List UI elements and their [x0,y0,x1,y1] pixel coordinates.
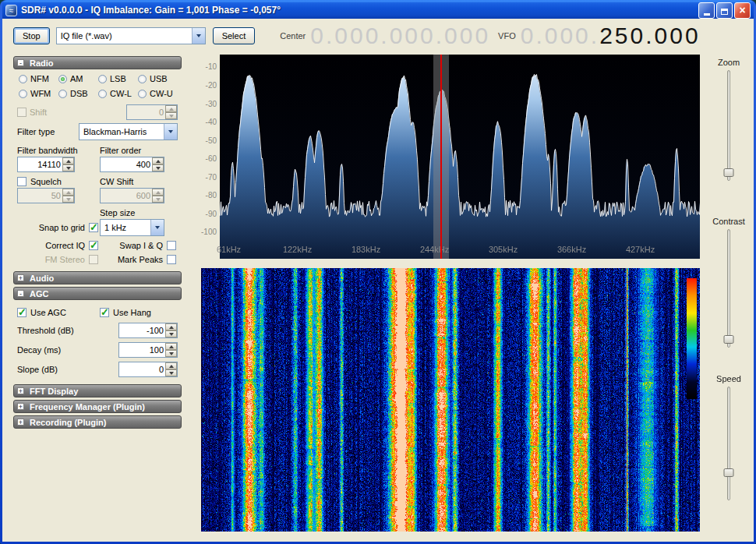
expand-icon[interactable]: + [17,403,24,410]
frequency-axis-label: 427kHz [626,245,655,254]
panel-header-audio[interactable]: + Audio [13,271,182,284]
filter-bandwidth-input[interactable]: 14110 [17,157,75,172]
source-select[interactable]: IQ file (*.wav) [56,27,206,44]
decay-input[interactable]: 100 [118,342,178,358]
radio-mode-cwu[interactable]: CW-U [138,89,178,98]
db-axis-label: -50 [206,136,217,145]
mark-peaks-checkbox[interactable]: Mark Peaks [100,255,178,264]
title-bar[interactable]: ≈ SDR# v0.0.0.0 - IQ Imbalance: Gain = 1… [2,0,754,19]
cw-shift-input: 600 [100,188,164,203]
panel-header-agc[interactable]: - AGC [13,287,182,300]
correct-iq-checkbox[interactable]: Correct IQ [17,241,100,250]
spinner-down-icon[interactable] [62,164,74,171]
spinner-down-icon[interactable] [165,350,177,357]
swap-iq-checkbox[interactable]: Swap I & Q [100,241,178,250]
spinner-down-icon [152,196,164,203]
center-frequency-display: 0.000.000.000 [310,23,490,49]
filter-order-input[interactable]: 400 [100,157,164,172]
squelch-checkbox[interactable]: Squelch [17,177,100,186]
radio-mode-lsb[interactable]: LSB [98,74,138,83]
filter-type-label: Filter type [17,127,55,136]
center-frequency-label: Center [280,31,306,41]
spinner-down-icon[interactable] [152,164,164,171]
expand-icon[interactable]: + [17,387,24,394]
use-agc-checkbox[interactable]: Use AGC [17,308,100,317]
panel-title: Radio [30,58,54,68]
contrast-slider[interactable] [727,229,730,348]
speed-slider[interactable] [727,387,730,500]
spinner-up-icon[interactable] [62,157,74,164]
panel-header-frequency-manager[interactable]: + Frequency Manager (Plugin) [13,400,182,413]
spinner-up-icon[interactable] [165,343,177,350]
zoom-slider-thumb[interactable] [724,168,734,177]
spinner-up-icon[interactable] [165,323,177,330]
db-axis-label: -60 [206,154,217,163]
db-axis-label: -10 [206,62,217,71]
chevron-down-icon[interactable] [192,28,205,44]
panel-radio: - Radio NFM AM LSB USB WFM DSB CW-L CW-U [13,56,182,269]
contrast-slider-thumb[interactable] [724,335,734,344]
radio-mode-wfm[interactable]: WFM [19,89,58,98]
db-axis-label: -80 [206,191,217,200]
decay-label: Decay (ms) [17,345,61,355]
radio-mode-nfm[interactable]: NFM [19,74,58,83]
contrast-slider-label: Contrast [707,217,751,226]
waterfall-color-legend [687,278,697,399]
maximize-button[interactable] [716,2,733,19]
app-icon: ≈ [5,5,17,16]
slope-input[interactable]: 0 [118,362,178,377]
db-axis-label: -90 [206,210,217,218]
expand-icon[interactable]: + [17,419,24,426]
frequency-axis-label: 366kHz [557,245,586,254]
db-axis-label: -40 [206,118,217,126]
frequency-axis: 61kHz122kHz183kHz244kHz305kHz366kHz427kH… [201,245,705,257]
toolbar: Stop IQ file (*.wav) Select Center 0.000… [2,19,754,53]
panel-header-recording[interactable]: + Recording (Plugin) [13,415,182,429]
threshold-label: Threshold (dB) [17,326,74,335]
minimize-button[interactable] [698,2,715,19]
select-button[interactable]: Select [213,27,256,44]
zoom-slider[interactable] [727,70,730,181]
frequency-axis-label: 183kHz [352,245,380,254]
spinner-down-icon[interactable] [165,330,177,337]
snap-to-grid-checkbox[interactable]: Snap to grid [17,223,100,232]
filter-bandwidth-label: Filter bandwidth [17,146,100,155]
panel-title: AGC [30,289,48,298]
step-size-select[interactable]: 1 kHz [100,219,164,236]
expand-icon[interactable]: + [17,274,24,281]
spinner-down-icon[interactable] [165,369,177,376]
stop-button[interactable]: Stop [13,27,50,44]
radio-mode-am[interactable]: AM [58,74,98,83]
spinner-down-icon [62,196,74,203]
close-button[interactable]: × [734,2,751,19]
frequency-axis-label: 61kHz [217,245,241,254]
chevron-down-icon[interactable] [164,124,177,140]
db-axis: -10-20-30-40-50-60-70-80-90-100 [201,55,218,242]
tuning-center-line[interactable] [440,55,442,259]
squelch-input: 50 [17,188,75,203]
collapse-icon[interactable]: - [17,290,24,297]
panel-header-fft-display[interactable]: + FFT Display [13,384,182,397]
vfo-frequency-display[interactable]: 0.000.250.000 [521,23,701,49]
speed-slider-label: Speed [707,374,751,383]
zoom-slider-label: Zoom [707,58,751,67]
radio-mode-dsb[interactable]: DSB [58,89,98,98]
speed-slider-thumb[interactable] [724,468,734,477]
shift-checkbox[interactable]: Shift [17,108,47,117]
chevron-down-icon[interactable] [150,220,164,235]
radio-mode-usb[interactable]: USB [138,74,178,83]
filter-order-label: Filter order [100,146,178,155]
waterfall-canvas[interactable] [201,268,700,532]
spinner-up-icon[interactable] [152,157,164,164]
use-hang-checkbox[interactable]: Use Hang [100,308,178,317]
threshold-input[interactable]: -100 [118,323,178,338]
filter-type-select[interactable]: Blackman-Harris [79,123,178,140]
radio-mode-cwl[interactable]: CW-L [98,89,138,98]
spinner-up-icon [62,189,74,196]
spinner-up-icon [152,189,164,196]
panel-title: Frequency Manager (Plugin) [30,402,145,412]
spectrum-canvas[interactable] [220,55,700,259]
panel-header-radio[interactable]: - Radio [13,56,182,69]
collapse-icon[interactable]: - [17,59,24,66]
spinner-up-icon[interactable] [165,362,177,369]
